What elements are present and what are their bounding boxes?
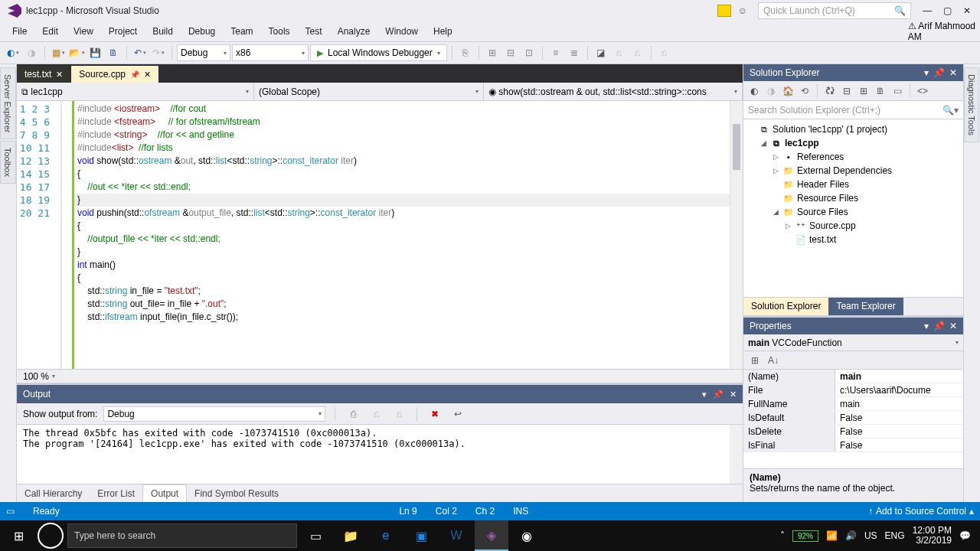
se-search-input[interactable]: Search Solution Explorer (Ctrl+;) 🔍▾ bbox=[743, 101, 963, 119]
close-icon[interactable]: ✕ bbox=[144, 70, 151, 80]
se-home-button[interactable]: 🏠 bbox=[780, 83, 795, 99]
navigate-forward-button[interactable]: ◑ bbox=[23, 44, 40, 61]
tree-item[interactable]: ◢⧉lec1cpp bbox=[743, 136, 963, 150]
tab-solution-explorer[interactable]: Solution Explorer bbox=[743, 298, 828, 315]
code-editor[interactable]: 1 2 3 4 5 6 7 8 9 10 11 12 13 14 15 16 1… bbox=[17, 101, 743, 369]
notification-icon[interactable] bbox=[717, 3, 732, 18]
se-dropdown-icon[interactable]: ▾ bbox=[924, 67, 929, 78]
navigate-back-button[interactable]: ◐ bbox=[5, 44, 21, 61]
bottom-tab-output[interactable]: Output bbox=[142, 484, 187, 502]
notifications-icon[interactable]: 💬 bbox=[959, 530, 971, 541]
save-button[interactable]: 💾 bbox=[87, 44, 103, 61]
se-collapse-button[interactable]: ⊟ bbox=[839, 83, 854, 99]
source-control-button[interactable]: ↑ Add to Source Control ▴ bbox=[868, 506, 974, 517]
tree-item[interactable]: ⧉Solution 'lec1cpp' (1 project) bbox=[743, 122, 963, 136]
menu-edit[interactable]: Edit bbox=[34, 23, 66, 40]
nav-scope-function[interactable]: ◉ show(std::ostream & out, std::list<std… bbox=[484, 83, 743, 100]
tab-team-explorer[interactable]: Team Explorer bbox=[828, 298, 903, 315]
config-dropdown[interactable]: Debug bbox=[177, 44, 230, 61]
feedback-icon[interactable]: ☺ bbox=[735, 3, 750, 18]
new-project-button[interactable]: ▦ bbox=[50, 44, 67, 61]
tab-diagnostic-tools[interactable]: Diagnostic Tools bbox=[964, 67, 979, 142]
output-wrap-button[interactable]: ↩ bbox=[449, 406, 466, 422]
start-button[interactable]: ⊞ bbox=[3, 520, 34, 551]
property-row[interactable]: IsDeleteFalse bbox=[743, 425, 963, 439]
redo-button[interactable]: ↷ bbox=[150, 44, 167, 61]
bottom-tab-call-hierarchy[interactable]: Call Hierarchy bbox=[17, 485, 90, 502]
output-btn-2[interactable]: ⎌ bbox=[368, 406, 384, 422]
panel-pin-icon[interactable]: 📌 bbox=[713, 390, 724, 399]
quick-launch-input[interactable]: Quick Launch (Ctrl+Q) 🔍 bbox=[758, 2, 911, 19]
menu-debug[interactable]: Debug bbox=[181, 23, 223, 40]
props-dropdown-icon[interactable]: ▾ bbox=[924, 321, 929, 331]
task-view-button[interactable]: ▭ bbox=[299, 520, 332, 551]
output-scrollbar[interactable] bbox=[730, 425, 743, 484]
tb-btn-5[interactable]: ⎌ bbox=[611, 44, 628, 61]
se-sync-button[interactable]: ⟲ bbox=[797, 83, 812, 99]
indent-button[interactable]: ≣ bbox=[566, 44, 583, 61]
se-pin-icon[interactable]: 📌 bbox=[933, 67, 945, 78]
start-debug-button[interactable]: ▶ Local Windows Debugger ▾ bbox=[310, 44, 447, 61]
props-close-icon[interactable]: ✕ bbox=[949, 321, 957, 331]
menu-analyze[interactable]: Analyze bbox=[330, 23, 378, 40]
menu-team[interactable]: Team bbox=[223, 23, 260, 40]
output-btn-1[interactable]: ⎙ bbox=[345, 406, 361, 422]
outdent-button[interactable]: ≡ bbox=[547, 44, 564, 61]
minimize-button[interactable]: — bbox=[917, 3, 937, 18]
output-text[interactable]: The thread 0x5bfc has exited with code -… bbox=[17, 425, 743, 484]
se-fwd-button[interactable]: ◑ bbox=[763, 83, 779, 99]
se-refresh-button[interactable]: 🗘 bbox=[822, 83, 838, 99]
bottom-tab-error-list[interactable]: Error List bbox=[90, 485, 142, 502]
se-show-all-button[interactable]: ⊞ bbox=[856, 83, 871, 99]
tab-server-explorer[interactable]: Server Explorer bbox=[0, 67, 16, 139]
taskbar-edge[interactable]: e bbox=[369, 520, 403, 551]
code-content[interactable]: #include <iostream> //for cout#include <… bbox=[72, 101, 730, 369]
se-back-button[interactable]: ◐ bbox=[746, 83, 762, 99]
zoom-dropdown[interactable]: 100 % bbox=[17, 371, 61, 382]
property-row[interactable]: (Name)main bbox=[743, 370, 963, 383]
property-row[interactable]: IsFinalFalse bbox=[743, 439, 963, 452]
nav-scope-project[interactable]: ⧉ lec1cpp bbox=[17, 83, 254, 100]
doc-tab[interactable]: test.txt✕ bbox=[17, 66, 71, 83]
se-code-button[interactable]: <> bbox=[915, 83, 930, 99]
close-button[interactable]: ✕ bbox=[957, 3, 977, 18]
props-categorized-button[interactable]: ⊞ bbox=[746, 352, 763, 369]
tb-btn-3[interactable]: ⊟ bbox=[502, 44, 519, 61]
menu-window[interactable]: Window bbox=[377, 23, 426, 40]
lang-indicator-2[interactable]: ENG bbox=[885, 530, 905, 541]
vertical-scrollbar[interactable] bbox=[730, 101, 743, 369]
platform-dropdown[interactable]: x86 bbox=[232, 44, 309, 61]
property-row[interactable]: IsDefaultFalse bbox=[743, 411, 963, 425]
volume-icon[interactable]: 🔊 bbox=[845, 530, 857, 541]
doc-tab[interactable]: Source.cpp📌✕ bbox=[71, 66, 159, 83]
props-alpha-button[interactable]: A↓ bbox=[765, 352, 782, 369]
output-clear-button[interactable]: ✖ bbox=[426, 406, 443, 422]
menu-project[interactable]: Project bbox=[101, 23, 145, 40]
menu-view[interactable]: View bbox=[66, 23, 101, 40]
taskbar-app-1[interactable]: 📁 bbox=[334, 520, 368, 551]
cortana-button[interactable] bbox=[35, 520, 66, 551]
tree-item[interactable]: 📄test.txt bbox=[743, 233, 963, 246]
tree-item[interactable]: ▷📁External Dependencies bbox=[743, 164, 963, 178]
tree-item[interactable]: 📁Header Files bbox=[743, 178, 963, 191]
tree-item[interactable]: 📁Resource Files bbox=[743, 191, 963, 205]
taskbar-visual-studio[interactable]: ◈ bbox=[475, 520, 508, 551]
undo-button[interactable]: ↶ bbox=[132, 44, 149, 61]
solution-tree[interactable]: ⧉Solution 'lec1cpp' (1 project)◢⧉lec1cpp… bbox=[743, 119, 963, 297]
horizontal-scrollbar[interactable] bbox=[63, 370, 741, 383]
menu-test[interactable]: Test bbox=[298, 23, 330, 40]
menu-help[interactable]: Help bbox=[426, 23, 460, 40]
lang-indicator-1[interactable]: US bbox=[864, 530, 877, 541]
save-all-button[interactable]: 🗎 bbox=[105, 44, 122, 61]
output-source-dropdown[interactable]: Debug bbox=[103, 406, 325, 422]
clock[interactable]: 12:00 PM 3/2/2019 bbox=[913, 526, 952, 546]
menu-build[interactable]: Build bbox=[145, 23, 181, 40]
output-btn-3[interactable]: ⎌ bbox=[390, 406, 407, 422]
close-icon[interactable]: ✕ bbox=[56, 70, 63, 80]
taskbar-app-2[interactable]: ▣ bbox=[404, 520, 438, 551]
tb-btn-6[interactable]: ⎌ bbox=[629, 44, 646, 61]
menu-file[interactable]: File bbox=[5, 23, 34, 40]
tb-btn-7[interactable]: ⎌ bbox=[656, 44, 673, 61]
property-row[interactable]: FullNamemain bbox=[743, 397, 963, 411]
se-preview-button[interactable]: ▭ bbox=[890, 83, 905, 99]
